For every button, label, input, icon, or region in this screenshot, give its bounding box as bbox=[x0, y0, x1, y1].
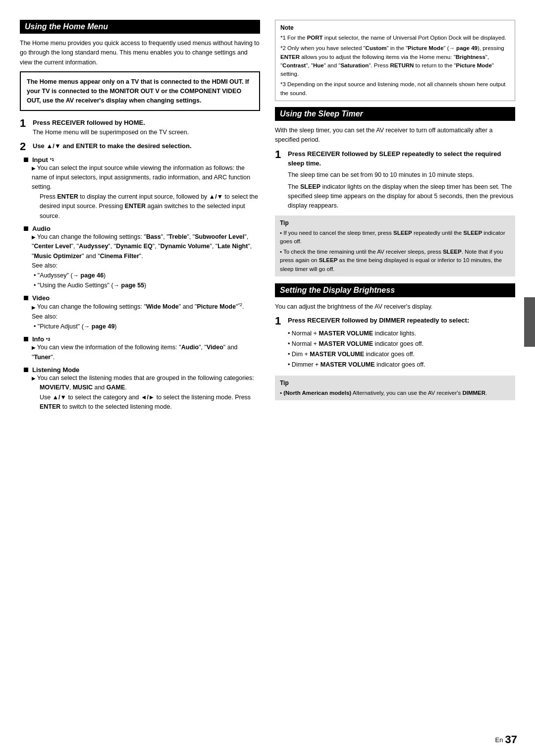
input-subsection: Input*1 You can select the input source … bbox=[24, 156, 260, 221]
sleep-tip-label: Tip bbox=[280, 218, 510, 227]
dimmer-step1-title: Press RECEIVER followed by DIMMER repeat… bbox=[288, 316, 515, 325]
sleep-step1: 1 Press RECEIVER followed by SLEEP repea… bbox=[275, 149, 515, 211]
sleep-step1-content: Press RECEIVER followed by SLEEP repeate… bbox=[288, 149, 515, 211]
note-item2: *2 Only when you have selected "Custom" … bbox=[280, 44, 510, 78]
step2-title: Use ▲/▼ and ENTER to make the desired se… bbox=[33, 141, 260, 151]
section2-header: Using the Sleep Timer bbox=[275, 107, 515, 121]
section1-header: Using the Home Menu bbox=[20, 20, 260, 34]
section3-header: Setting the Display Brightness bbox=[275, 283, 515, 297]
sidebar-tab bbox=[524, 297, 535, 347]
input-bullet-icon bbox=[24, 158, 28, 162]
step1-title: Press RECEIVER followed by HOME. bbox=[33, 118, 260, 128]
right-column: Note *1 For the PORT input selector, the… bbox=[275, 20, 515, 416]
dimmer-item4: • Dimmer + MASTER VOLUME indicator goes … bbox=[288, 360, 515, 370]
dimmer-item2: • Normal + MASTER VOLUME indicator goes … bbox=[288, 339, 515, 349]
audio-subsection: Audio You can change the following setti… bbox=[24, 225, 260, 291]
video-see: See also: bbox=[32, 312, 260, 322]
step1-number: 1 bbox=[20, 118, 29, 129]
step2: 2 Use ▲/▼ and ENTER to make the desired … bbox=[20, 141, 260, 152]
note-item1: *1 For the PORT input selector, the name… bbox=[280, 34, 510, 42]
section1-title: Using the Home Menu bbox=[25, 22, 108, 31]
left-column: Using the Home Menu The Home menu provid… bbox=[20, 20, 260, 416]
info-subsection: Info*3 You can view the information of t… bbox=[24, 335, 260, 362]
warning-box: The Home menus appear only on a TV that … bbox=[20, 71, 260, 111]
listening-body1: You can select the listening modes that … bbox=[37, 375, 254, 381]
listening-subsection: Listening Mode You can select the listen… bbox=[24, 366, 260, 412]
audio-body: You can change the following settings: "… bbox=[32, 232, 260, 291]
dimmer-tip-label: Tip bbox=[280, 378, 510, 387]
section2-intro: With the sleep timer, you can set the AV… bbox=[275, 126, 515, 145]
video-subsection: Video You can change the following setti… bbox=[24, 294, 260, 331]
note-label: Note bbox=[280, 23, 510, 32]
info-title: Info*3 bbox=[24, 335, 260, 343]
sleep-tip-box: Tip • If you need to cancel the sleep ti… bbox=[275, 216, 515, 276]
dimmer-tip-box: Tip • (North American models) Alternativ… bbox=[275, 376, 515, 400]
dimmer-tip1: • (North American models) Alternatively,… bbox=[280, 389, 510, 397]
input-body-text: You can select the input source while vi… bbox=[32, 164, 250, 191]
info-bullet-icon bbox=[24, 337, 28, 341]
video-links: "Picture Adjust" (→ page 49) bbox=[34, 322, 260, 331]
sleep-step1-number: 1 bbox=[275, 149, 284, 160]
video-title: Video bbox=[24, 294, 260, 302]
step1: 1 Press RECEIVER followed by HOME. The H… bbox=[20, 118, 260, 137]
dimmer-step1: 1 Press RECEIVER followed by DIMMER repe… bbox=[275, 316, 515, 371]
warning-text: The Home menus appear only on a TV that … bbox=[27, 77, 253, 105]
dimmer-item1: • Normal + MASTER VOLUME indicator light… bbox=[288, 328, 515, 339]
audio-bullet-icon bbox=[24, 226, 28, 231]
dimmer-list: • Normal + MASTER VOLUME indicator light… bbox=[288, 328, 515, 371]
input-body2: Press ENTER to display the current input… bbox=[40, 192, 260, 221]
info-body: You can view the information of the foll… bbox=[32, 343, 260, 362]
video-body: You can change the following settings: "… bbox=[32, 302, 260, 331]
en-label: En bbox=[495, 736, 503, 744]
dimmer-item3: • Dim + MASTER VOLUME indicator goes off… bbox=[288, 349, 515, 360]
page-number-container: En 37 bbox=[495, 733, 517, 746]
sleep-body1: The sleep time can be set from 90 to 10 … bbox=[288, 170, 515, 180]
step2-content: Use ▲/▼ and ENTER to make the desired se… bbox=[33, 141, 260, 151]
sleep-tip1: • If you need to cancel the sleep timer,… bbox=[280, 229, 510, 246]
dimmer-step1-content: Press RECEIVER followed by DIMMER repeat… bbox=[288, 316, 515, 371]
listening-instruction: Use ▲/▼ to select the category and ◄/► t… bbox=[40, 393, 260, 412]
section3-title: Setting the Display Brightness bbox=[280, 286, 395, 294]
note-item3: *3 Depending on the input source and lis… bbox=[280, 80, 510, 98]
audio-title: Audio bbox=[24, 225, 260, 232]
input-title: Input*1 bbox=[24, 156, 260, 163]
section3-intro: You can adjust the brightness of the AV … bbox=[275, 302, 515, 312]
section1-intro: The Home menu provides you quick access … bbox=[20, 39, 260, 67]
step1-body: The Home menu will be superimposed on th… bbox=[33, 128, 260, 137]
section2-title: Using the Sleep Timer bbox=[280, 109, 363, 118]
video-bullet-icon bbox=[24, 296, 28, 300]
dimmer-step1-number: 1 bbox=[275, 316, 284, 326]
listening-title: Listening Mode bbox=[24, 366, 260, 374]
step1-content: Press RECEIVER followed by HOME. The Hom… bbox=[33, 118, 260, 137]
page-number: 37 bbox=[505, 733, 517, 746]
audio-links: "Audyssey" (→ page 46) "Using the Audio … bbox=[34, 270, 260, 290]
listening-bullet-icon bbox=[24, 368, 28, 372]
sleep-body2: The SLEEP indicator lights on the displa… bbox=[288, 182, 515, 210]
listening-categories: MOVIE/TV, MUSIC and GAME. bbox=[40, 383, 260, 392]
sleep-step1-title: Press RECEIVER followed by SLEEP repeate… bbox=[288, 149, 515, 168]
sleep-tip2: • To check the time remaining until the … bbox=[280, 248, 510, 273]
audio-see: See also: bbox=[32, 261, 260, 270]
input-body: You can select the input source while vi… bbox=[32, 163, 260, 221]
listening-body: You can select the listening modes that … bbox=[32, 374, 260, 412]
note-box: Note *1 For the PORT input selector, the… bbox=[275, 20, 515, 101]
step2-number: 2 bbox=[20, 141, 29, 152]
